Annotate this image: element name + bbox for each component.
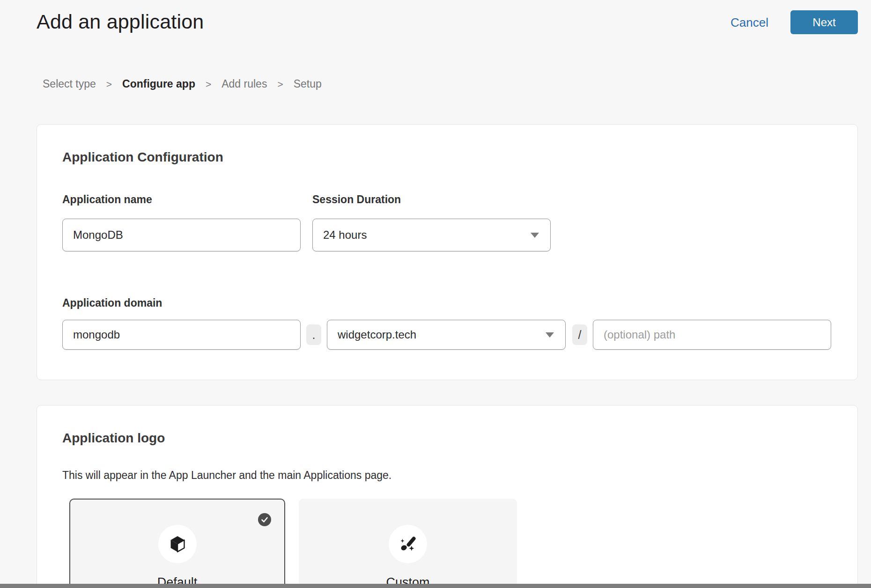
breadcrumb-step-select-type[interactable]: Select type <box>43 78 96 90</box>
breadcrumb-separator: > <box>106 79 112 90</box>
session-duration-select[interactable]: 24 hours <box>312 219 551 251</box>
check-icon <box>258 513 271 526</box>
logo-heading: Application logo <box>62 431 165 446</box>
window-bottom-edge <box>0 584 871 588</box>
path-input[interactable] <box>593 320 831 350</box>
breadcrumb-step-add-rules[interactable]: Add rules <box>221 78 267 90</box>
subdomain-input[interactable] <box>62 320 301 350</box>
session-duration-label: Session Duration <box>312 193 401 206</box>
paintbrush-icon <box>398 534 418 554</box>
domain-slash-separator: / <box>572 324 587 345</box>
chevron-down-icon <box>531 233 539 238</box>
add-application-page: Add an application Cancel Next Select ty… <box>0 0 871 588</box>
breadcrumb: Select type > Configure app > Add rules … <box>43 78 322 90</box>
session-duration-value: 24 hours <box>323 228 531 242</box>
breadcrumb-separator: > <box>277 79 283 90</box>
breadcrumb-step-setup[interactable]: Setup <box>294 78 322 90</box>
application-name-label: Application name <box>62 193 152 206</box>
domain-dot-separator: . <box>306 324 321 345</box>
logo-option-custom[interactable]: Custom <box>299 499 517 588</box>
cube-icon <box>168 535 187 553</box>
breadcrumb-step-configure-app[interactable]: Configure app <box>122 78 195 90</box>
next-button[interactable]: Next <box>790 10 858 34</box>
domain-select-value: widgetcorp.tech <box>338 328 546 341</box>
logo-icon-circle <box>158 525 197 563</box>
domain-select[interactable]: widgetcorp.tech <box>327 320 566 350</box>
chevron-down-icon <box>546 332 554 338</box>
configuration-heading: Application Configuration <box>62 150 223 165</box>
application-configuration-card: Application Configuration Application na… <box>37 124 858 380</box>
logo-option-default[interactable]: Default <box>69 499 285 588</box>
logo-description: This will appear in the App Launcher and… <box>62 469 391 482</box>
selected-check-badge <box>258 513 271 526</box>
application-logo-card: Application logo This will appear in the… <box>37 405 858 588</box>
application-name-input[interactable] <box>62 219 301 251</box>
cancel-button[interactable]: Cancel <box>731 15 768 30</box>
logo-icon-circle <box>389 525 427 563</box>
breadcrumb-separator: > <box>206 79 211 90</box>
page-title: Add an application <box>37 10 204 33</box>
application-domain-label: Application domain <box>62 297 162 309</box>
